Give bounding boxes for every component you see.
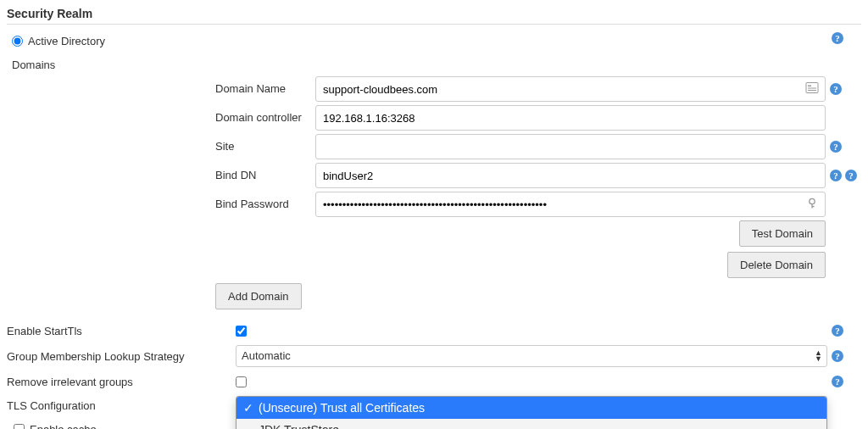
section-title: Security Realm	[7, 3, 861, 25]
help-icon[interactable]: ?	[831, 349, 844, 363]
svg-rect-4	[808, 88, 816, 89]
help-icon[interactable]: ?	[831, 375, 844, 388]
help-icon[interactable]: ?	[831, 31, 844, 45]
svg-point-14	[810, 198, 815, 203]
domain-name-input[interactable]	[315, 76, 826, 102]
group-strategy-label: Group Membership Lookup Strategy	[7, 350, 236, 363]
add-domain-button[interactable]: Add Domain	[215, 283, 302, 309]
svg-text:?: ?	[835, 351, 840, 361]
enable-cache-label: Enable cache	[30, 423, 97, 429]
tls-option-jdk[interactable]: JDK TrustStore	[236, 419, 826, 429]
site-label: Site	[215, 134, 315, 159]
key-icon	[805, 197, 819, 213]
enable-starttls-checkbox[interactable]	[236, 326, 247, 337]
help-icon[interactable]: ?	[844, 169, 858, 182]
enable-cache-checkbox[interactable]	[14, 424, 25, 429]
help-icon[interactable]: ?	[831, 324, 844, 337]
svg-text:?: ?	[833, 84, 838, 94]
bind-password-input[interactable]	[315, 192, 826, 217]
domain-controller-label: Domain controller	[215, 105, 315, 131]
svg-rect-3	[808, 86, 811, 87]
remove-irrelevant-label: Remove irrelevant groups	[7, 376, 236, 388]
bind-password-label: Bind Password	[215, 192, 315, 217]
tls-config-label: TLS Configuration	[7, 396, 236, 412]
svg-rect-5	[808, 90, 816, 91]
test-domain-button[interactable]: Test Domain	[739, 220, 826, 247]
active-directory-radio[interactable]	[12, 36, 23, 47]
help-icon[interactable]: ?	[829, 82, 843, 96]
bind-dn-input[interactable]	[315, 163, 826, 188]
svg-text:?: ?	[833, 142, 838, 152]
svg-text:?: ?	[833, 170, 838, 181]
group-strategy-select[interactable]: Automatic	[236, 345, 827, 367]
domain-controller-input[interactable]	[315, 105, 826, 131]
svg-text:?: ?	[835, 326, 840, 336]
tls-option-unsecure[interactable]: (Unsecure) Trust all Certificates	[236, 397, 826, 419]
domain-name-label: Domain Name	[215, 76, 315, 102]
domains-label: Domains	[7, 55, 861, 76]
svg-text:?: ?	[849, 170, 854, 181]
help-icon[interactable]: ?	[829, 169, 843, 182]
tls-config-dropdown: (Unsecure) Trust all Certificates JDK Tr…	[236, 396, 827, 429]
autofill-icon	[805, 81, 819, 98]
enable-starttls-label: Enable StartTls	[7, 325, 236, 337]
remove-irrelevant-checkbox[interactable]	[236, 376, 247, 387]
svg-text:?: ?	[835, 33, 840, 43]
bind-dn-label: Bind DN	[215, 163, 315, 188]
site-input[interactable]	[315, 134, 826, 159]
delete-domain-button[interactable]: Delete Domain	[727, 252, 826, 278]
help-icon[interactable]: ?	[829, 140, 843, 153]
svg-text:?: ?	[835, 376, 840, 387]
active-directory-label: Active Directory	[28, 35, 105, 47]
